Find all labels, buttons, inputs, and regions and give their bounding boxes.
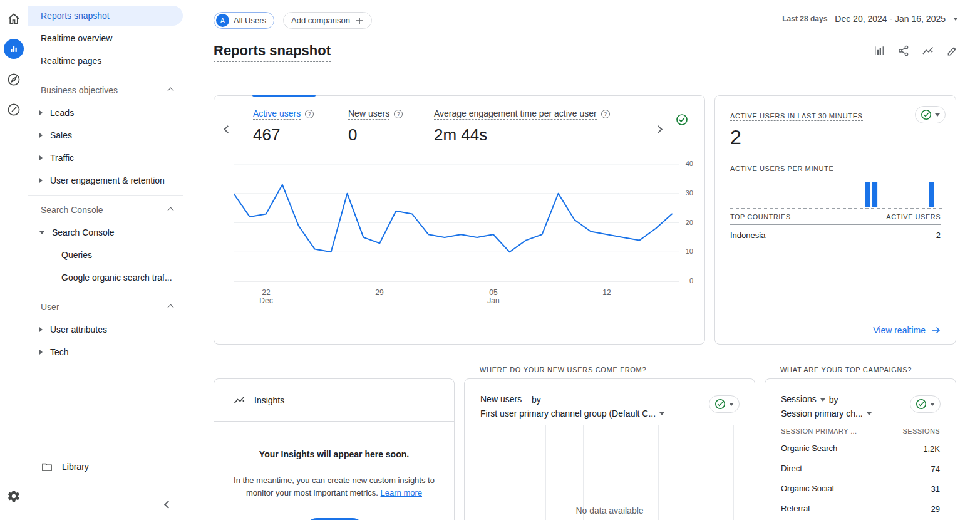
view-realtime-label: View realtime <box>873 325 926 335</box>
edit-icon[interactable] <box>946 44 959 58</box>
sidebar-item-search-console[interactable]: Search Console <box>28 222 183 242</box>
y-tick-label: 10 <box>681 247 693 255</box>
expand-arrow-icon <box>39 155 43 160</box>
sidebar-item-reports-snapshot[interactable]: Reports snapshot <box>28 6 183 26</box>
data-quality-dropdown[interactable] <box>709 395 740 413</box>
data-quality-dropdown[interactable] <box>915 106 946 123</box>
metric-tab-avg-engagement-time[interactable]: Average engagement time per active user?… <box>434 108 610 145</box>
sidebar-item-realtime-pages[interactable]: Realtime pages <box>28 51 183 71</box>
sidebar-item-label: Google organic search traf... <box>61 273 172 283</box>
view-realtime-link[interactable]: View realtime <box>873 325 941 335</box>
previous-metrics-arrow[interactable] <box>222 123 233 135</box>
panel-title: Sessionsby Session primary ch... <box>781 393 872 420</box>
sidebar-item-label: Library <box>62 462 89 472</box>
report-nav-sidebar: Reports snapshot Realtime overview Realt… <box>28 0 183 520</box>
sidebar-footer-divider <box>28 487 183 487</box>
all-users-segment-chip[interactable]: A All Users <box>214 12 274 29</box>
sidebar-item-label: User engagement & retention <box>50 175 165 185</box>
sidebar-section-search-console[interactable]: Search Console <box>28 200 183 220</box>
ga4-reports-snapshot: Reports snapshot Realtime overview Realt… <box>0 0 980 520</box>
help-icon[interactable]: ? <box>305 110 314 118</box>
country-active-users: 2 <box>936 231 941 240</box>
channel-name: Referral <box>781 504 810 514</box>
data-quality-icon <box>921 109 932 120</box>
sidebar-item-label: Realtime overview <box>41 33 112 43</box>
metric-label: New users <box>348 108 389 120</box>
sidebar-item-tech[interactable]: Tech <box>28 342 183 362</box>
chevron-down-icon <box>930 403 935 406</box>
arrow-right-icon <box>931 325 941 335</box>
campaigns-table: SESSION PRIMARY ... SESSIONS Organic Sea… <box>781 423 940 519</box>
dimension-selector[interactable]: First user primary channel group (Defaul… <box>480 407 664 420</box>
dimension-label: First user primary channel group (Defaul… <box>480 407 656 420</box>
report-actions <box>872 44 959 58</box>
data-quality-dropdown[interactable] <box>910 395 941 413</box>
sidebar-item-user-engagement-retention[interactable]: User engagement & retention <box>28 170 183 190</box>
sidebar-item-label: Traffic <box>50 153 74 163</box>
trend-chart-svg <box>234 160 679 285</box>
help-icon[interactable]: ? <box>601 110 610 118</box>
realtime-title: ACTIVE USERS IN LAST 30 MINUTES <box>730 112 863 121</box>
share-icon[interactable] <box>897 44 910 58</box>
help-icon[interactable]: ? <box>394 110 403 118</box>
key-metrics-card: Active users? 467 New users? 0 Average e… <box>214 95 705 345</box>
insights-icon[interactable] <box>921 44 935 58</box>
x-tick-label: 29 <box>364 289 395 297</box>
insights-headline: Your Insights will appear here soon. <box>214 449 454 459</box>
comparison-icon[interactable] <box>872 44 886 58</box>
data-quality-icon[interactable] <box>676 113 688 126</box>
sessions-value: 29 <box>931 504 940 514</box>
metric-tab-active-users[interactable]: Active users? 467 <box>253 108 314 145</box>
plus-icon <box>355 16 364 25</box>
sidebar-item-queries[interactable]: Queries <box>28 245 183 265</box>
metric-selector[interactable]: Sessionsby <box>781 393 872 407</box>
per-minute-bar <box>865 182 870 207</box>
home-icon[interactable] <box>6 11 21 26</box>
new-users-by-channel-card: New users by First user primary channel … <box>464 378 755 520</box>
sidebar-item-label: Tech <box>50 347 69 357</box>
add-comparison-button[interactable]: Add comparison <box>283 12 372 29</box>
metric-label: Active users <box>253 108 301 120</box>
top-campaigns-card: Sessionsby Session primary ch... SESSION… <box>765 378 956 520</box>
explore-icon[interactable] <box>6 72 21 87</box>
reports-icon[interactable] <box>4 39 24 59</box>
sidebar-item-user-attributes[interactable]: User attributes <box>28 320 183 340</box>
x-tick-label: 12 <box>592 289 622 297</box>
learn-more-link[interactable]: Learn more <box>381 488 422 497</box>
table-row: Organic Social31 <box>781 479 940 499</box>
by-label: by <box>532 393 541 407</box>
column-active-users: ACTIVE USERS <box>886 213 941 221</box>
sidebar-section-business-objectives[interactable]: Business objectives <box>28 80 183 100</box>
section-label-new-users: WHERE DO YOUR NEW USERS COME FROM? <box>480 366 646 373</box>
collapse-sidebar-icon[interactable] <box>162 499 173 510</box>
settings-icon[interactable] <box>6 489 21 504</box>
metric-selector[interactable]: New users <box>480 393 522 407</box>
table-row: Direct74 <box>781 459 940 479</box>
sidebar-item-traffic[interactable]: Traffic <box>28 148 183 168</box>
chevron-right-icon <box>654 125 663 133</box>
dimension-selector[interactable]: Session primary ch... <box>781 407 872 420</box>
trend-x-axis: 22Dec2905Jan12 <box>234 289 679 308</box>
sidebar-item-library[interactable]: Library <box>28 457 183 477</box>
column-session-primary: SESSION PRIMARY ... <box>781 427 857 435</box>
sidebar-item-leads[interactable]: Leads <box>28 103 183 123</box>
sidebar-section-user[interactable]: User <box>28 297 183 317</box>
chevron-left-icon <box>164 501 172 509</box>
chevron-down-icon <box>867 412 872 415</box>
sidebar-item-realtime-overview[interactable]: Realtime overview <box>28 28 183 48</box>
sidebar-item-google-organic-search-traffic[interactable]: Google organic search traf... <box>28 268 183 288</box>
section-header-label: User <box>41 302 59 312</box>
sidebar-item-label: Realtime pages <box>41 56 101 66</box>
date-range-picker[interactable]: Last 28 days Dec 20, 2024 - Jan 16, 2025 <box>782 14 958 24</box>
expand-arrow-icon <box>39 110 43 115</box>
sidebar-item-sales[interactable]: Sales <box>28 125 183 145</box>
sessions-value: 74 <box>931 464 940 474</box>
channel-name: Direct <box>781 464 802 474</box>
advertising-icon[interactable] <box>6 102 21 117</box>
expand-arrow-icon <box>39 350 43 355</box>
trend-y-axis: 010203040 <box>681 160 693 285</box>
insights-icon <box>234 394 246 407</box>
next-metrics-arrow[interactable] <box>652 123 664 135</box>
metric-tab-new-users[interactable]: New users? 0 <box>348 108 403 145</box>
chevron-down-icon <box>659 412 664 415</box>
